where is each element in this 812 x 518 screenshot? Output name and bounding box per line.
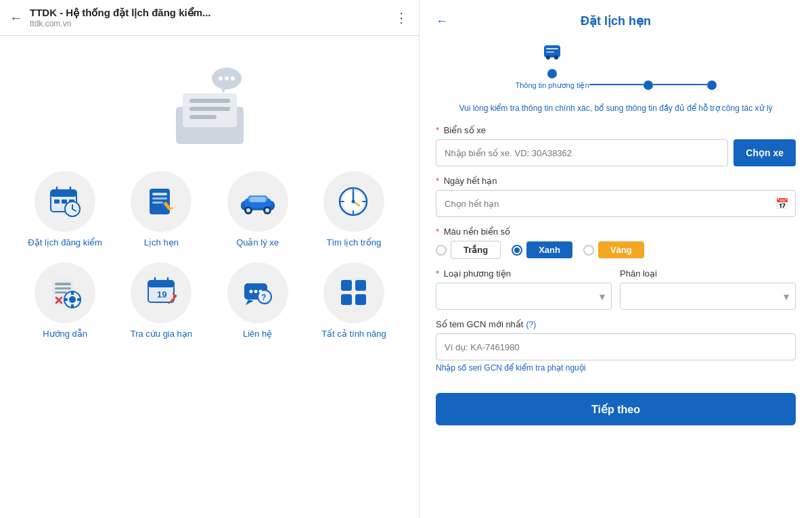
tra-cuu-gia-han-icon-circle: 19 xyxy=(131,262,191,323)
svg-rect-22 xyxy=(152,193,167,195)
quan-ly-xe-label: Quản lý xe xyxy=(236,237,279,249)
right-panel: ← Đặt lịch hẹn Thông tin phương tiện xyxy=(420,0,812,518)
loai-phuong-tien-select[interactable] xyxy=(436,283,612,310)
form-group-mau-nen: * Màu nền biển số Trắng Xanh Vàng xyxy=(436,227,796,259)
svg-rect-11 xyxy=(51,190,76,197)
svg-rect-34 xyxy=(250,197,266,202)
menu-item-lien-he[interactable]: ? Liên hệ xyxy=(213,262,302,340)
menu-item-lich-hen[interactable]: Lịch hẹn xyxy=(116,171,206,249)
form-group-ngay-het-han: * Ngày hết hạn 📅 xyxy=(436,176,796,217)
so-tem-gcn-input[interactable] xyxy=(436,333,796,360)
browser-title: TTDK - Hệ thống đặt lịch đăng kiểm... xyxy=(30,7,388,19)
dat-lich-icon-circle xyxy=(35,171,95,232)
step-2-circle xyxy=(644,80,653,90)
svg-rect-23 xyxy=(152,197,167,199)
svg-rect-4 xyxy=(189,115,217,119)
svg-rect-72 xyxy=(341,294,352,305)
step-line-2 xyxy=(653,84,707,85)
loai-phuong-tien-label: * Loại phương tiện xyxy=(436,268,612,279)
lien-he-label: Liên hệ xyxy=(243,329,272,340)
tra-cuu-gia-han-label: Tra cứu gia hạn xyxy=(131,329,192,340)
step-3 xyxy=(707,60,717,90)
ngay-het-han-wrapper: 📅 xyxy=(436,190,796,217)
svg-rect-76 xyxy=(546,51,554,53)
menu-item-tat-ca[interactable]: Tất cả tính năng xyxy=(309,262,399,340)
tat-ca-icon-circle xyxy=(323,262,384,323)
svg-rect-24 xyxy=(152,202,163,204)
color-option-trang[interactable]: Trắng xyxy=(436,241,501,259)
svg-point-68 xyxy=(254,290,258,293)
browser-bar: ← TTDK - Hệ thống đặt lịch đăng kiểm... … xyxy=(0,0,419,36)
illustration xyxy=(149,49,271,158)
tat-ca-label: Tất cả tính năng xyxy=(321,329,386,340)
menu-item-quan-ly-xe[interactable]: Quản lý xe xyxy=(213,171,302,249)
svg-point-69 xyxy=(259,290,263,293)
radio-vang xyxy=(583,245,594,256)
phan-loai-label: Phân loại xyxy=(620,268,796,279)
color-option-vang[interactable]: Vàng xyxy=(583,241,644,258)
svg-point-9 xyxy=(231,76,235,80)
right-back-button[interactable]: ← xyxy=(436,14,448,28)
step-line-1 xyxy=(589,84,644,85)
svg-point-31 xyxy=(246,208,250,212)
step-1-label: Thông tin phương tiện xyxy=(515,81,589,90)
bien-so-xe-input[interactable] xyxy=(436,139,728,166)
svg-marker-6 xyxy=(220,87,227,93)
left-content: Đặt lịch đăng kiểm Lịch hẹn xyxy=(0,36,419,518)
menu-item-tim-lich-trong[interactable]: Tìm lịch trống xyxy=(309,171,399,249)
svg-point-8 xyxy=(225,76,229,80)
gcn-note[interactable]: Nhập số seri GCN để kiểm tra phạt nguội xyxy=(436,363,796,373)
step-1-icon xyxy=(542,42,562,66)
right-header: ← Đặt lịch hẹn xyxy=(436,14,796,28)
gcn-help-button[interactable]: (?) xyxy=(526,320,536,329)
menu-item-dat-lich[interactable]: Đặt lịch đăng kiểm xyxy=(20,171,110,249)
color-option-xanh[interactable]: Xanh xyxy=(512,241,572,258)
svg-rect-73 xyxy=(355,294,366,305)
menu-grid: Đặt lịch đăng kiểm Lịch hẹn xyxy=(20,171,399,340)
phan-loai-wrapper: ▾ xyxy=(620,283,796,310)
form-group-phan-loai: Phân loại ▾ xyxy=(620,268,796,310)
svg-point-49 xyxy=(69,296,76,303)
svg-rect-52 xyxy=(64,298,68,301)
radio-trang xyxy=(436,245,447,256)
step-1-circle xyxy=(547,69,557,78)
svg-rect-70 xyxy=(341,280,352,291)
browser-back-button[interactable]: ← xyxy=(9,10,23,26)
svg-rect-15 xyxy=(62,199,67,204)
radio-xanh xyxy=(512,245,522,256)
svg-rect-3 xyxy=(189,107,230,111)
svg-point-78 xyxy=(554,55,558,60)
left-panel: ← TTDK - Hệ thống đặt lịch đăng kiểm... … xyxy=(0,0,420,518)
svg-point-39 xyxy=(352,199,355,203)
svg-text:?: ? xyxy=(261,293,266,302)
tiep-theo-button[interactable]: Tiếp theo xyxy=(436,393,796,425)
browser-menu-button[interactable]: ⋮ xyxy=(394,9,409,26)
chon-xe-button[interactable]: Chọn xe xyxy=(734,139,796,166)
svg-rect-71 xyxy=(355,280,366,291)
color-options: Trắng Xanh Vàng xyxy=(436,241,796,259)
ngay-het-han-input[interactable] xyxy=(436,190,796,217)
svg-point-67 xyxy=(250,290,253,293)
color-badge-trang: Trắng xyxy=(451,241,501,259)
huong-dan-label: Hướng dẫn xyxy=(43,329,87,340)
mau-nen-label: * Màu nền biển số xyxy=(436,227,796,237)
menu-item-tra-cuu-gia-han[interactable]: 19 Tra cứu gia hạn xyxy=(116,262,206,340)
form-group-bien-so-xe: * Biển số xe Chọn xe xyxy=(436,125,796,166)
quan-ly-xe-icon-circle xyxy=(227,171,288,232)
svg-marker-64 xyxy=(246,300,254,305)
info-notice: Vui lòng kiểm tra thông tin chính xác, b… xyxy=(436,102,796,114)
radio-xanh-dot xyxy=(514,248,520,253)
browser-title-block: TTDK - Hệ thống đặt lịch đăng kiểm... tt… xyxy=(30,7,388,28)
step-2 xyxy=(644,60,653,90)
svg-rect-57 xyxy=(148,281,174,287)
svg-rect-75 xyxy=(546,48,558,49)
right-title: Đặt lịch hẹn xyxy=(455,14,777,28)
menu-item-huong-dan[interactable]: Hướng dẫn xyxy=(20,262,110,340)
dat-lich-label: Đặt lịch đăng kiểm xyxy=(28,237,102,249)
stepper: Thông tin phương tiện xyxy=(436,42,796,90)
color-badge-xanh: Xanh xyxy=(526,241,572,258)
tim-lich-trong-icon-circle xyxy=(323,171,384,232)
svg-rect-50 xyxy=(71,291,74,295)
lich-hen-label: Lịch hẹn xyxy=(144,237,179,249)
phan-loai-select[interactable] xyxy=(620,283,796,310)
